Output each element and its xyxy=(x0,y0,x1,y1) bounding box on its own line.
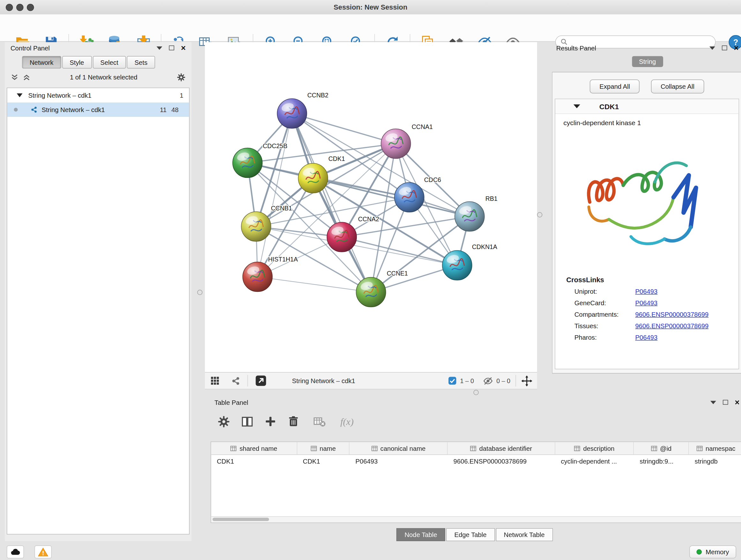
network-node-cdc25b[interactable] xyxy=(232,148,262,178)
cloud-button[interactable] xyxy=(7,546,24,559)
cell-shared-name[interactable]: CDK1 xyxy=(211,458,297,465)
crosslink-link[interactable]: P06493 xyxy=(635,288,658,295)
crosshair-move-icon[interactable] xyxy=(522,375,533,386)
expand-all-icon[interactable] xyxy=(23,73,31,82)
function-builder-icon[interactable]: f(x) xyxy=(340,416,354,427)
tab-select[interactable]: Select xyxy=(92,56,126,69)
cell-database-identifier[interactable]: 9606.ENSP00000378699 xyxy=(448,458,555,465)
window-zoom-button[interactable] xyxy=(27,4,34,11)
cell-description[interactable]: cyclin-dependent ... xyxy=(555,458,634,465)
table-settings-gear-icon[interactable] xyxy=(217,415,230,428)
show-columns-icon[interactable] xyxy=(241,415,254,428)
column-header-id[interactable]: @id xyxy=(634,442,689,455)
grid-view-icon[interactable] xyxy=(210,375,220,386)
window-minimize-button[interactable] xyxy=(16,4,23,11)
collapse-all-button[interactable]: Collapse All xyxy=(651,79,704,94)
gear-icon[interactable] xyxy=(177,73,186,82)
column-header-database-identifier[interactable]: database identifier xyxy=(448,442,555,455)
node-label-ccnb1: CCNB1 xyxy=(271,205,292,212)
column-header-namespace[interactable]: namespac xyxy=(689,442,741,455)
protein-section-header[interactable]: CDK1 xyxy=(555,99,739,114)
scrollbar-thumb[interactable] xyxy=(212,518,269,521)
add-column-plus-icon[interactable] xyxy=(264,415,277,428)
hidden-eye-slash-icon[interactable] xyxy=(483,376,493,386)
network-node-hist1h1a[interactable] xyxy=(243,262,273,292)
network-node-cdc6[interactable] xyxy=(394,183,424,212)
node-label-cdkn1a: CDKN1A xyxy=(472,243,497,250)
network-node-ccna1[interactable] xyxy=(381,129,411,159)
crosslink-link[interactable]: 9606.ENSP00000378699 xyxy=(635,311,709,318)
cell-name[interactable]: CDK1 xyxy=(297,458,350,465)
column-header-description[interactable]: description xyxy=(555,442,634,455)
network-node-ccnb2[interactable] xyxy=(277,99,307,128)
network-edge[interactable] xyxy=(258,277,371,292)
column-header-name[interactable]: name xyxy=(297,442,350,455)
edge-count: 48 xyxy=(172,106,179,113)
panel-close-icon[interactable]: × xyxy=(181,44,186,52)
share-network-icon[interactable] xyxy=(231,376,241,386)
network-edge[interactable] xyxy=(292,114,371,293)
warnings-button[interactable] xyxy=(35,546,52,559)
tab-network-table[interactable]: Network Table xyxy=(495,528,553,542)
table-tabs: Node Table Edge Table Network Table xyxy=(205,528,741,542)
column-header-canonical-name[interactable]: canonical name xyxy=(350,442,448,455)
panel-float-icon[interactable] xyxy=(723,400,728,405)
tree-expand-icon[interactable] xyxy=(17,94,23,98)
table-row[interactable]: CDK1 CDK1 P06493 9606.ENSP00000378699 cy… xyxy=(211,455,741,468)
tab-sets[interactable]: Sets xyxy=(127,56,155,69)
panel-menu-icon[interactable] xyxy=(711,401,716,404)
network-canvas[interactable]: CCNB2CCNA1CDC25BCDK1CDC6RB1CCNB1CCNA2CDK… xyxy=(205,42,537,372)
panel-close-icon[interactable]: × xyxy=(735,398,740,407)
section-collapse-icon[interactable] xyxy=(574,105,580,108)
panel-float-icon[interactable] xyxy=(169,46,175,51)
node-label-ccna1: CCNA1 xyxy=(412,123,433,130)
cell-namespace[interactable]: stringdb xyxy=(689,458,741,465)
panel-close-icon[interactable]: × xyxy=(734,44,739,52)
memory-button[interactable]: Memory xyxy=(689,546,736,559)
right-splitter-handle[interactable] xyxy=(537,212,542,218)
trash-icon[interactable] xyxy=(287,415,300,428)
memory-status-icon xyxy=(697,550,702,555)
open-in-browser-icon[interactable] xyxy=(255,374,267,387)
bottom-splitter-handle[interactable] xyxy=(474,390,479,395)
network-node-ccnb1[interactable] xyxy=(241,212,271,241)
network-row-selected[interactable]: String Network – cdk1 11 48 xyxy=(7,103,189,117)
tab-node-table[interactable]: Node Table xyxy=(396,528,445,542)
panel-menu-icon[interactable] xyxy=(710,46,715,50)
string-results-tab[interactable]: String xyxy=(632,56,663,67)
current-network-name: String Network – cdk1 xyxy=(292,377,355,384)
tab-network[interactable]: Network xyxy=(22,56,61,69)
panel-float-icon[interactable] xyxy=(722,46,727,51)
cell-canonical-name[interactable]: P06493 xyxy=(350,458,448,465)
window-close-button[interactable] xyxy=(6,4,13,11)
panel-menu-icon[interactable] xyxy=(157,46,162,50)
network-collection-row[interactable]: String Network – cdk1 1 xyxy=(7,88,189,103)
node-label-cdc6: CDC6 xyxy=(424,176,441,183)
network-node-rb1[interactable] xyxy=(455,202,484,232)
network-node-ccna2[interactable] xyxy=(327,222,357,252)
network-view-toolbar: String Network – cdk1 1 – 0 0 – 0 xyxy=(205,372,537,389)
network-node-cdkn1a[interactable] xyxy=(442,251,472,280)
crosslink-link[interactable]: P06493 xyxy=(635,334,658,341)
network-node-ccne1[interactable] xyxy=(356,277,386,307)
selected-checkbox-icon[interactable] xyxy=(448,376,457,385)
network-node-cdk1[interactable] xyxy=(298,164,328,193)
node-label-cdc25b: CDC25B xyxy=(263,142,287,149)
horizontal-scrollbar[interactable] xyxy=(211,516,741,523)
network-row-label: String Network – cdk1 xyxy=(42,106,105,113)
left-splitter-handle[interactable] xyxy=(197,290,203,295)
collapse-all-icon[interactable] xyxy=(10,73,19,82)
network-edge[interactable] xyxy=(292,114,396,144)
column-header-shared-name[interactable]: shared name xyxy=(211,442,297,455)
network-edge[interactable] xyxy=(258,114,292,277)
expand-all-button[interactable]: Expand All xyxy=(590,79,639,94)
tab-edge-table[interactable]: Edge Table xyxy=(446,528,495,542)
protein-description: cyclin-dependent kinase 1 xyxy=(563,119,739,126)
crosslink-row: Pharos: P06493 xyxy=(575,334,739,341)
crosslink-link[interactable]: P06493 xyxy=(635,300,658,307)
crosslink-link[interactable]: 9606.ENSP00000378699 xyxy=(635,322,709,330)
tab-style[interactable]: Style xyxy=(62,56,91,69)
column-type-icon xyxy=(371,445,378,451)
cell-id[interactable]: stringdb:9... xyxy=(634,458,689,465)
delete-table-icon[interactable] xyxy=(313,415,326,428)
